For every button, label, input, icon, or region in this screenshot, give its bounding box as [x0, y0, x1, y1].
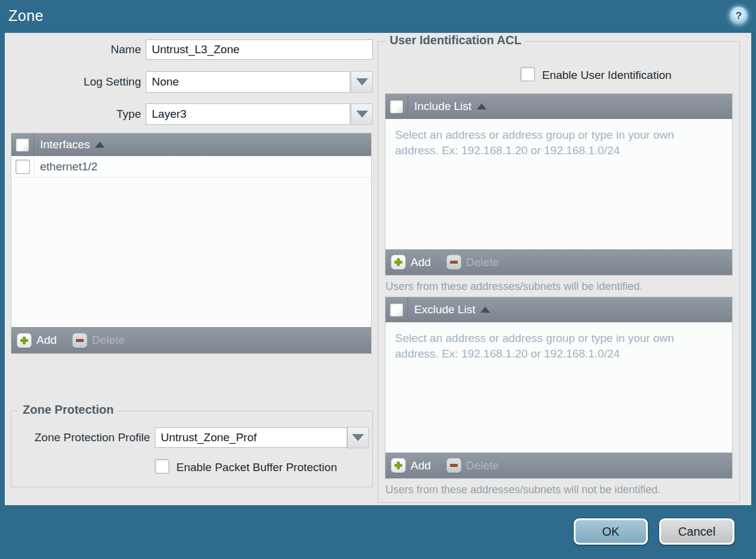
interfaces-table-footer: Add Delete	[11, 327, 371, 353]
zone-protection-legend: Zone Protection	[19, 403, 118, 417]
include-select-all-checkbox[interactable]	[390, 100, 403, 114]
packet-buffer-protection-checkbox[interactable]	[155, 459, 169, 474]
minus-icon	[72, 333, 87, 348]
add-button-label: Add	[411, 256, 431, 269]
exclude-delete-button[interactable]: Delete	[446, 458, 499, 473]
sort-ascending-icon[interactable]	[480, 307, 490, 313]
exclude-list-note: Users from these addresses/subnets will …	[385, 484, 660, 496]
interface-row[interactable]: ethernet1/2	[11, 156, 371, 178]
zone-protection-fieldset: Zone Protection Zone Protection Profile …	[11, 411, 373, 487]
plus-icon	[391, 255, 406, 270]
include-list-note: Users from these addresses/subnets will …	[385, 280, 642, 293]
chevron-down-icon	[352, 434, 364, 441]
interface-name-cell: ethernet1/2	[40, 160, 97, 173]
sort-ascending-icon[interactable]	[95, 142, 105, 148]
type-input[interactable]	[146, 103, 350, 125]
exclude-list-footer: Add Delete	[385, 453, 732, 478]
interface-row-checkbox-cell	[11, 156, 34, 177]
dialog-title: Zone	[8, 7, 44, 25]
zone-dialog: Zone ? Name Log Setting Type Interfaces	[0, 0, 756, 559]
name-label: Name	[5, 39, 141, 60]
log-setting-input[interactable]	[146, 71, 350, 93]
question-mark-glyph: ?	[736, 11, 742, 21]
minus-icon	[446, 458, 461, 473]
zone-protection-profile-dropdown-button[interactable]	[347, 427, 369, 448]
interfaces-select-all-cell	[11, 133, 34, 156]
sort-ascending-icon[interactable]	[477, 103, 486, 109]
name-input[interactable]	[146, 39, 373, 60]
include-list-footer: Add Delete	[385, 249, 732, 275]
interfaces-header-label: Interfaces	[40, 138, 90, 151]
add-button-label: Add	[36, 334, 57, 347]
dialog-titlebar: Zone ?	[0, 0, 756, 33]
log-setting-dropdown-button[interactable]	[351, 71, 373, 93]
interfaces-add-button[interactable]: Add	[17, 333, 57, 348]
type-dropdown-button[interactable]	[351, 103, 373, 125]
interfaces-table-header[interactable]: Interfaces	[11, 133, 371, 156]
chevron-down-icon	[356, 111, 368, 118]
ok-button[interactable]: OK	[574, 518, 648, 545]
exclude-select-all-cell	[385, 297, 408, 322]
include-add-button[interactable]: Add	[391, 255, 431, 270]
user-identification-acl-legend: User Identification ACL	[385, 33, 525, 47]
include-list-body: Select an address or address group or ty…	[385, 119, 732, 249]
zone-protection-profile-input[interactable]	[155, 427, 347, 448]
zone-protection-profile-label: Zone Protection Profile	[11, 427, 150, 448]
delete-button-label: Delete	[466, 459, 499, 472]
plus-icon	[17, 333, 32, 348]
exclude-list-table: Exclude List Select an address or addres…	[385, 297, 733, 479]
log-setting-label: Log Setting	[5, 71, 141, 93]
interfaces-table-body: ethernet1/2	[11, 156, 371, 327]
user-identification-acl-fieldset: User Identification ACL Enable User Iden…	[378, 41, 740, 503]
add-button-label: Add	[411, 459, 431, 472]
exclude-list-header[interactable]: Exclude List	[385, 297, 732, 322]
type-label: Type	[5, 103, 141, 125]
delete-button-label: Delete	[92, 334, 125, 347]
exclude-list-label: Exclude List	[414, 303, 475, 316]
exclude-list-placeholder: Select an address or address group or ty…	[385, 322, 724, 370]
minus-icon	[446, 255, 461, 270]
enable-user-identification-checkbox[interactable]	[521, 67, 535, 81]
include-list-table: Include List Select an address or addres…	[385, 93, 733, 276]
enable-user-identification-label: Enable User Identification	[542, 69, 672, 82]
dialog-body: Name Log Setting Type Interfaces	[5, 33, 751, 505]
include-list-placeholder: Select an address or address group or ty…	[385, 119, 724, 167]
exclude-select-all-checkbox[interactable]	[390, 303, 403, 317]
interfaces-delete-button[interactable]: Delete	[72, 333, 125, 348]
interfaces-table: Interfaces ethernet1/2 Add	[11, 133, 372, 354]
cancel-button[interactable]: Cancel	[659, 518, 734, 545]
plus-icon	[391, 458, 406, 473]
interface-row-checkbox[interactable]	[16, 160, 30, 174]
chevron-down-icon	[356, 78, 368, 85]
delete-button-label: Delete	[466, 256, 499, 269]
include-delete-button[interactable]: Delete	[446, 255, 499, 270]
include-list-header[interactable]: Include List	[385, 94, 732, 119]
include-select-all-cell	[385, 94, 408, 119]
packet-buffer-protection-label: Enable Packet Buffer Protection	[176, 461, 337, 474]
exclude-list-body: Select an address or address group or ty…	[385, 322, 732, 453]
interfaces-select-all-checkbox[interactable]	[16, 138, 29, 152]
exclude-add-button[interactable]: Add	[391, 458, 431, 473]
help-icon[interactable]: ?	[730, 7, 748, 25]
include-list-label: Include List	[414, 100, 472, 113]
